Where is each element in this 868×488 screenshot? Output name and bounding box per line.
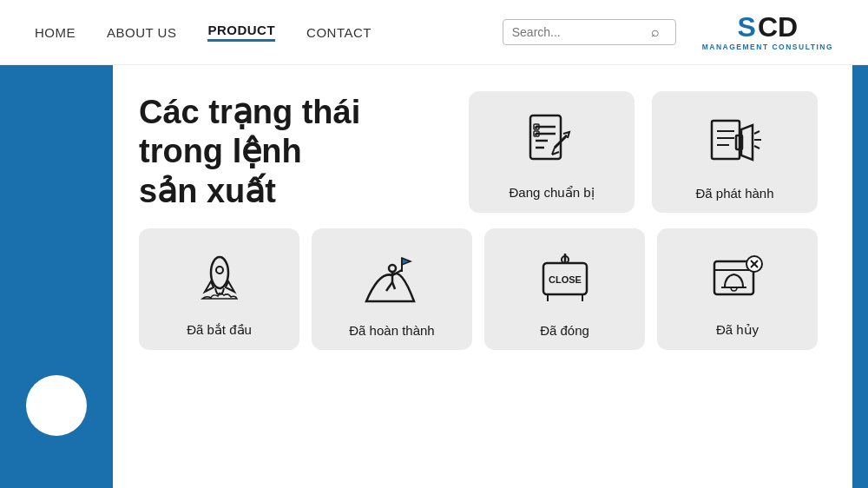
bottom-section: Đã bắt đầu [139,228,818,350]
svg-text:CLOSE: CLOSE [549,274,582,285]
card-da-huy-label: Đã hủy [716,322,759,338]
svg-point-21 [216,267,223,274]
checklist-pen-icon [517,107,587,176]
header: HOME ABOUT US PRODUCT CONTACT ⌕ S CD MAN… [0,0,868,65]
card-da-huy: Đã hủy [657,228,818,350]
megaphone-doc-icon [700,108,770,177]
card-dang-chuan-bi-label: Đang chuẩn bị [509,185,594,201]
close-sign-icon: CLOSE [530,245,600,314]
logo-cd: CD [758,13,798,41]
svg-point-22 [389,265,396,272]
nav-product[interactable]: PRODUCT [207,23,275,42]
card-da-phat-hanh-label: Đã phát hành [695,186,773,201]
logo: S CD MANAGEMENT CONSULTING [702,13,833,51]
card-da-phat-hanh: Đã phát hành [652,91,818,213]
headline: Các trạng tháitrong lệnhsản xuất [139,91,451,213]
top-section: Các trạng tháitrong lệnhsản xuất [139,91,818,213]
nav-contact[interactable]: CONTACT [306,25,372,40]
card-da-dong-label: Đã đóng [540,323,589,338]
logo-s: S [738,13,756,41]
card-da-dong: CLOSE Đã đóng [484,228,645,350]
cancel-service-icon [703,244,773,313]
flag-person-icon [358,245,427,314]
logo-subtitle: MANAGEMENT CONSULTING [702,43,833,51]
rocket-icon [185,244,254,313]
card-da-bat-dau: Đã bắt đầu [139,228,299,350]
nav-about[interactable]: ABOUT US [107,25,176,40]
svg-line-25 [392,282,395,289]
card-dang-chuan-bi: Đang chuẩn bị [469,91,635,213]
svg-line-17 [754,131,760,134]
search-icon: ⌕ [651,24,660,40]
nav-home[interactable]: HOME [35,25,76,40]
card-da-hoan-thanh: Đã hoàn thành [312,228,472,350]
svg-line-24 [386,282,392,291]
card-da-bat-dau-label: Đã bắt đầu [187,322,252,338]
right-accent-bar [852,65,868,488]
search-box[interactable]: ⌕ [503,19,676,45]
main-content: Các trạng tháitrong lệnhsản xuất [0,65,868,488]
navigation: HOME ABOUT US PRODUCT CONTACT [35,23,503,42]
content-area: Các trạng tháitrong lệnhsản xuất [113,65,852,488]
accent-circle [26,375,87,436]
card-da-hoan-thanh-label: Đã hoàn thành [349,323,434,338]
page-title: Các trạng tháitrong lệnhsản xuất [139,93,360,212]
left-accent-bar [0,65,113,488]
search-input[interactable] [512,25,651,39]
svg-line-19 [754,146,760,148]
